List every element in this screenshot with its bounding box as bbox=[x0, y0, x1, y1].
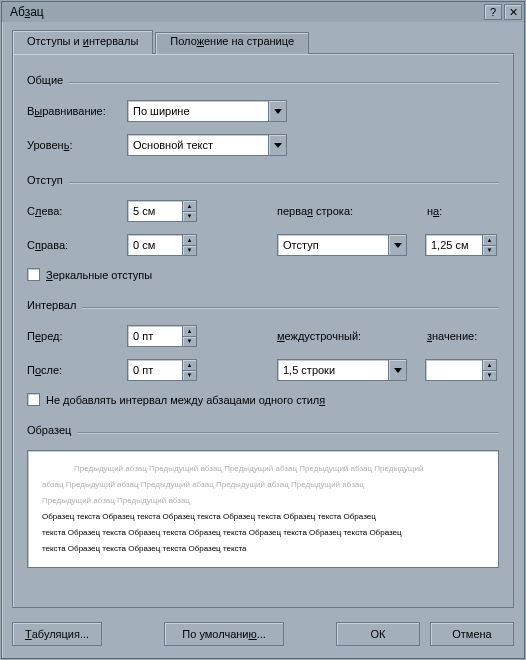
spin-up-icon[interactable]: ▲ bbox=[182, 360, 196, 371]
after-input[interactable] bbox=[128, 360, 182, 380]
button-bar: Табуляция... По умолчанию... ОК Отмена bbox=[12, 622, 514, 646]
group-interval: Интервал bbox=[27, 299, 499, 311]
alignment-select[interactable] bbox=[127, 100, 287, 122]
spin-up-icon[interactable]: ▲ bbox=[182, 201, 196, 212]
group-general: Общие bbox=[27, 74, 499, 86]
label-linespacing: междустрочный: bbox=[277, 330, 407, 342]
alignment-input[interactable] bbox=[128, 101, 268, 121]
spin-down-icon[interactable]: ▼ bbox=[182, 337, 196, 347]
before-input[interactable] bbox=[128, 326, 182, 346]
svg-marker-3 bbox=[394, 368, 402, 373]
cancel-button[interactable]: Отмена bbox=[430, 622, 514, 646]
dropdown-icon[interactable] bbox=[268, 101, 286, 121]
svg-marker-2 bbox=[394, 243, 402, 248]
dropdown-icon[interactable] bbox=[388, 235, 406, 255]
level-input[interactable] bbox=[128, 135, 268, 155]
svg-marker-1 bbox=[274, 143, 282, 148]
svg-marker-0 bbox=[274, 109, 282, 114]
preview-box: Предыдущий абзац Предыдущий абзац Предыд… bbox=[27, 450, 499, 568]
label-right: Справа: bbox=[27, 239, 127, 251]
label-mirror: Зеркальные отступы bbox=[46, 269, 152, 281]
value-input[interactable] bbox=[426, 360, 482, 380]
spin-down-icon[interactable]: ▼ bbox=[182, 371, 196, 381]
label-alignment: Выравнивание: bbox=[27, 105, 127, 117]
window-title: Абзац bbox=[10, 5, 482, 19]
label-nosame: Не добавлять интервал между абзацами одн… bbox=[46, 394, 325, 406]
group-sample: Образец bbox=[27, 424, 499, 436]
nosame-checkbox[interactable] bbox=[27, 393, 40, 406]
firstline-select[interactable] bbox=[277, 234, 407, 256]
group-indent: Отступ bbox=[27, 174, 499, 186]
label-level: Уровень: bbox=[27, 139, 127, 151]
left-input[interactable] bbox=[128, 201, 182, 221]
spin-up-icon[interactable]: ▲ bbox=[182, 235, 196, 246]
spin-up-icon[interactable]: ▲ bbox=[482, 360, 496, 371]
linespacing-input[interactable] bbox=[278, 360, 388, 380]
label-before: Перед: bbox=[27, 330, 127, 342]
spin-down-icon[interactable]: ▼ bbox=[482, 246, 496, 256]
before-spinner[interactable]: ▲ ▼ bbox=[127, 325, 197, 347]
right-spinner[interactable]: ▲ ▼ bbox=[127, 234, 197, 256]
label-value: значение: bbox=[427, 330, 477, 342]
label-after: После: bbox=[27, 364, 127, 376]
paragraph-dialog: Абзац ? ✕ Отступы и интервалы Положение … bbox=[1, 1, 525, 659]
dropdown-icon[interactable] bbox=[388, 360, 406, 380]
spin-up-icon[interactable]: ▲ bbox=[182, 326, 196, 337]
spin-down-icon[interactable]: ▼ bbox=[482, 371, 496, 381]
default-button[interactable]: По умолчанию... bbox=[164, 622, 284, 646]
tab-page-position[interactable]: Положение на странице bbox=[155, 32, 309, 54]
mirror-checkbox[interactable] bbox=[27, 268, 40, 281]
label-firstline: первая строка: bbox=[277, 205, 407, 217]
firstline-input[interactable] bbox=[278, 235, 388, 255]
spin-up-icon[interactable]: ▲ bbox=[482, 235, 496, 246]
spin-down-icon[interactable]: ▼ bbox=[182, 212, 196, 222]
help-button[interactable]: ? bbox=[484, 4, 502, 20]
by-spinner[interactable]: ▲ ▼ bbox=[425, 234, 497, 256]
label-left: Слева: bbox=[27, 205, 127, 217]
right-input[interactable] bbox=[128, 235, 182, 255]
by-input[interactable] bbox=[426, 235, 482, 255]
spin-down-icon[interactable]: ▼ bbox=[182, 246, 196, 256]
value-spinner[interactable]: ▲ ▼ bbox=[425, 359, 497, 381]
after-spinner[interactable]: ▲ ▼ bbox=[127, 359, 197, 381]
close-button[interactable]: ✕ bbox=[504, 4, 522, 20]
linespacing-select[interactable] bbox=[277, 359, 407, 381]
tab-panel: Общие Выравнивание: Уровень: bbox=[12, 53, 514, 608]
tabrow: Отступы и интервалы Положение на страниц… bbox=[12, 30, 514, 54]
tab-indents[interactable]: Отступы и интервалы bbox=[12, 30, 153, 54]
left-spinner[interactable]: ▲ ▼ bbox=[127, 200, 197, 222]
titlebar: Абзац ? ✕ bbox=[2, 2, 524, 22]
dropdown-icon[interactable] bbox=[268, 135, 286, 155]
ok-button[interactable]: ОК bbox=[336, 622, 420, 646]
tabulation-button[interactable]: Табуляция... bbox=[12, 622, 102, 646]
label-by: на: bbox=[427, 205, 442, 217]
level-select[interactable] bbox=[127, 134, 287, 156]
dialog-body: Отступы и интервалы Положение на страниц… bbox=[2, 22, 524, 658]
